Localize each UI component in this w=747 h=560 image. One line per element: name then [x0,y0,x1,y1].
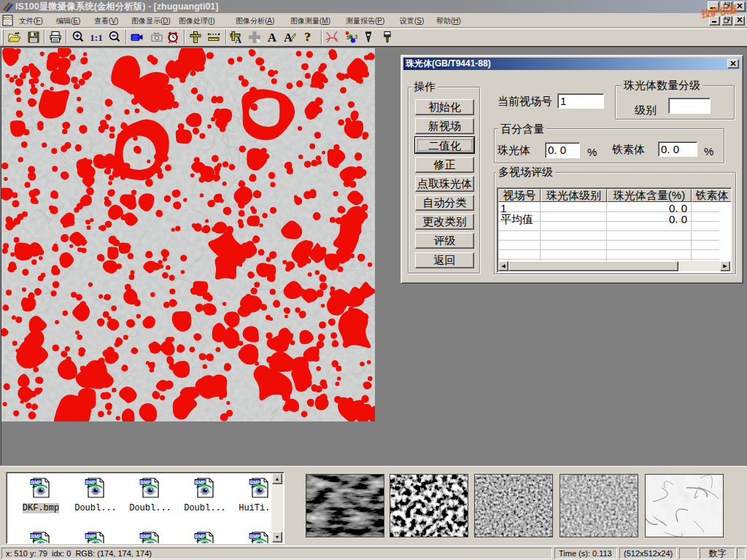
svg-text:?: ? [304,30,311,44]
svg-text:BMP: BMP [140,480,151,485]
svg-text:BMP: BMP [140,534,151,539]
svg-text:BMP: BMP [31,534,42,539]
svg-text:BMP: BMP [85,534,96,539]
svg-text:A: A [235,35,241,45]
svg-text:A: A [268,31,277,44]
svg-text:BMP: BMP [195,480,206,485]
svg-text:1:1: 1:1 [90,32,102,43]
svg-text:BMP: BMP [195,534,206,539]
svg-text:a: a [349,34,353,40]
svg-text:BMP: BMP [31,480,42,485]
svg-text:A: A [284,31,293,44]
svg-text:BMP: BMP [249,534,260,539]
svg-text:BMP: BMP [249,480,260,485]
svg-text:3: 3 [355,34,357,40]
svg-text:DOC: DOC [3,16,12,20]
svg-text:BMP: BMP [85,480,96,485]
